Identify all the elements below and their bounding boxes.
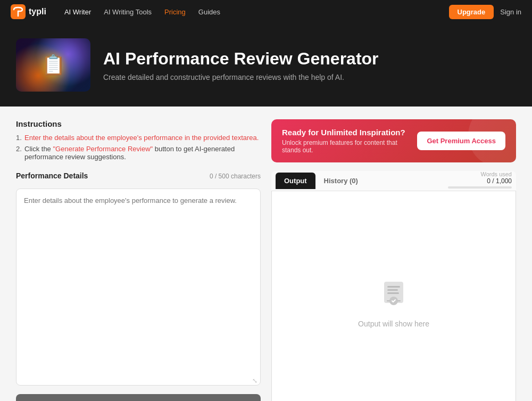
nav-ai-writing-tools[interactable]: AI Writing Tools: [98, 5, 157, 19]
tab-history[interactable]: History (0): [315, 173, 367, 189]
output-placeholder: Output will show here: [358, 320, 429, 328]
output-area: Output will show here: [271, 191, 516, 401]
logo-icon: [11, 4, 26, 19]
main-content: Instructions Enter the details about the…: [0, 107, 532, 401]
hero-image: 📋: [16, 38, 90, 92]
premium-text: Ready for Unlimited Inspiration? Unlock …: [282, 128, 405, 154]
hero-subtitle: Create detailed and constructive perform…: [103, 73, 379, 81]
navbar: typli AI Writer AI Writing Tools Pricing…: [0, 0, 532, 23]
nav-ai-writer[interactable]: AI Writer: [59, 5, 96, 19]
logo-text: typli: [29, 7, 46, 17]
performance-label: Performance Details: [16, 171, 88, 180]
hero-title: AI Performance Review Generator: [103, 49, 379, 69]
nav-guides[interactable]: Guides: [193, 5, 226, 19]
instruction-step-1: Enter the details about the employee's p…: [16, 134, 261, 142]
upgrade-button[interactable]: Upgrade: [449, 5, 494, 19]
nav-pricing[interactable]: Pricing: [159, 5, 191, 19]
words-value: 0 / 1,000: [487, 177, 512, 185]
instruction-link-1[interactable]: Enter the details about the employee's p…: [24, 134, 259, 142]
hero-text: AI Performance Review Generator Create d…: [103, 49, 379, 81]
svg-rect-4: [387, 292, 399, 294]
premium-heading: Ready for Unlimited Inspiration?: [282, 128, 405, 137]
instruction-step-2: Click the "Generate Performance Review" …: [16, 145, 261, 161]
char-count: 0 / 500 characters: [210, 173, 261, 180]
tabs-row: Output History (0) Words used 0 / 1,000: [271, 171, 516, 191]
logo[interactable]: typli: [11, 4, 46, 19]
hero-image-inner: 📋: [16, 38, 90, 92]
performance-textarea[interactable]: [16, 189, 261, 386]
svg-rect-3: [387, 289, 398, 291]
textarea-wrap: ⤡: [16, 189, 261, 388]
tab-output[interactable]: Output: [276, 173, 315, 189]
svg-rect-2: [387, 286, 400, 288]
instructions-title: Instructions: [16, 119, 261, 128]
generate-button[interactable]: Generate Performance Review: [16, 394, 261, 401]
words-used: Words used 0 / 1,000: [448, 171, 512, 191]
hero-section: 📋 AI Performance Review Generator Create…: [0, 23, 532, 107]
nav-right: Upgrade Sign in: [449, 5, 521, 19]
section-header: Performance Details 0 / 500 characters: [16, 171, 261, 184]
right-panel: Ready for Unlimited Inspiration? Unlock …: [271, 119, 516, 401]
left-panel: Instructions Enter the details about the…: [16, 119, 261, 401]
premium-body: Unlock premium features for content that…: [282, 139, 399, 154]
words-label: Words used: [481, 171, 512, 177]
hero-image-icon: 📋: [41, 54, 65, 76]
instructions-list: Enter the details about the employee's p…: [16, 134, 261, 161]
output-icon: [379, 277, 409, 313]
signin-button[interactable]: Sign in: [500, 8, 521, 16]
premium-banner: Ready for Unlimited Inspiration? Unlock …: [271, 119, 516, 162]
words-bar: [448, 186, 512, 189]
instruction-link-2[interactable]: "Generate Performance Review": [53, 145, 153, 153]
premium-access-button[interactable]: Get Premium Access: [417, 132, 505, 150]
nav-links: AI Writer AI Writing Tools Pricing Guide…: [59, 5, 436, 19]
